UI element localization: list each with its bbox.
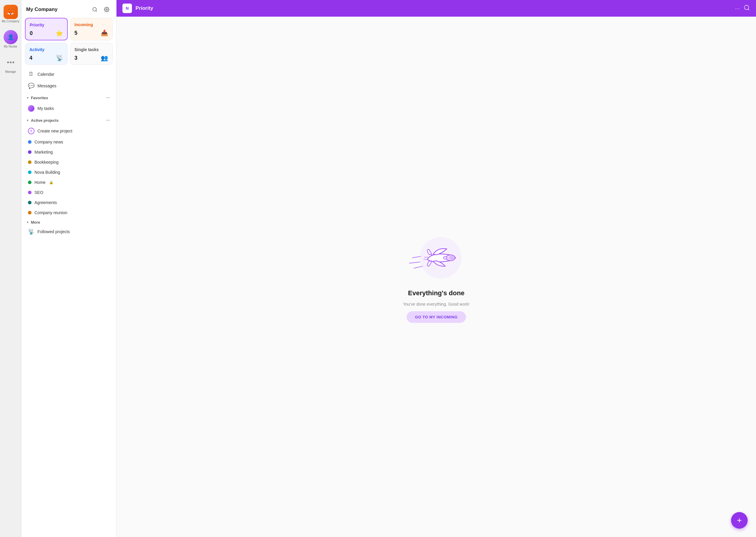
bookkeeping-dot — [28, 160, 31, 164]
project-company-news[interactable]: Company news — [23, 137, 114, 147]
activity-card-count: 4 — [29, 55, 32, 61]
my-tasks-label: My tasks — [37, 106, 54, 111]
my-tasks-nav-item[interactable]: My tasks — [23, 103, 114, 114]
icon-bar: 🦊 My Company 👤 My Nozbe Manage — [0, 0, 22, 537]
agreements-dot — [28, 201, 31, 204]
empty-state-illustration — [407, 231, 466, 285]
company-reunion-label: Company reunion — [34, 210, 67, 215]
svg-point-10 — [449, 256, 454, 260]
marketing-dot — [28, 150, 31, 154]
incoming-card-label: Incoming — [74, 22, 109, 27]
sidebar: My Company Priority 0 ⭐ In — [22, 0, 116, 537]
company-reunion-dot — [28, 211, 31, 215]
settings-button[interactable] — [102, 5, 111, 14]
my-tasks-avatar — [28, 105, 34, 112]
project-company-reunion[interactable]: Company reunion — [23, 208, 114, 218]
my-nozbe-label: My Nozbe — [4, 45, 17, 48]
my-nozbe-item[interactable]: 👤 My Nozbe — [2, 29, 19, 49]
manage-item[interactable]: Manage — [2, 54, 19, 74]
sidebar-header: My Company — [22, 0, 116, 18]
priority-card-icon: ⭐ — [56, 30, 63, 37]
more-chevron: ▼ — [26, 221, 29, 224]
incoming-card[interactable]: Incoming 5 📥 — [70, 18, 113, 40]
fab-icon: + — [737, 516, 742, 525]
search-button[interactable] — [90, 5, 100, 14]
priority-card[interactable]: Priority 0 ⭐ — [25, 18, 68, 40]
company-news-label: Company news — [34, 140, 63, 145]
go-to-incoming-button[interactable]: GO TO MY INCOMING — [407, 311, 466, 323]
project-seo[interactable]: SEO — [23, 187, 114, 197]
main-content: N Priority ··· — [116, 0, 756, 537]
followed-projects-icon: 📡 — [28, 228, 34, 235]
topbar-right — [743, 4, 750, 13]
favorites-section-header: ▼ Favorites ··· — [22, 92, 116, 103]
home-dot — [28, 181, 31, 184]
company-news-dot — [28, 140, 31, 144]
calendar-nav-item[interactable]: 🗓 Calendar — [23, 68, 114, 80]
topbar-search-button[interactable] — [743, 4, 750, 13]
user-avatar: 👤 — [4, 30, 18, 44]
svg-line-4 — [748, 9, 749, 10]
nova-building-dot — [28, 171, 31, 174]
topbar-title: Priority — [136, 5, 731, 11]
activity-card[interactable]: Activity 4 📡 — [25, 43, 68, 65]
favorites-chevron: ▼ — [26, 96, 29, 100]
app-logo[interactable]: 🦊 My Company — [1, 4, 21, 24]
seo-label: SEO — [34, 190, 43, 195]
svg-line-6 — [410, 262, 420, 263]
app-logo-icon: 🦊 — [4, 5, 18, 19]
priority-card-count: 0 — [30, 30, 33, 36]
create-project-plus-icon: + — [28, 128, 34, 134]
single-tasks-card-icon: 👥 — [101, 54, 108, 62]
more-label: More — [31, 220, 40, 225]
activity-card-icon: 📡 — [56, 54, 63, 62]
manage-icon — [4, 55, 18, 69]
project-marketing[interactable]: Marketing — [23, 147, 114, 157]
topbar-logo-text: N — [126, 6, 129, 11]
app-name-label: My Company — [2, 20, 19, 23]
empty-state: Everything's done You've done everything… — [116, 17, 756, 537]
svg-point-2 — [106, 9, 108, 10]
active-projects-more-button[interactable]: ··· — [104, 117, 111, 124]
svg-line-1 — [96, 10, 97, 11]
topbar: N Priority ··· — [116, 0, 756, 17]
more-section-header: ▼ More — [22, 218, 116, 226]
fab-button[interactable]: + — [731, 512, 748, 529]
seo-dot — [28, 191, 31, 194]
followed-projects-item[interactable]: 📡 Followed projects — [23, 226, 114, 238]
svg-point-11 — [443, 256, 447, 259]
priority-card-label: Priority — [30, 22, 63, 27]
messages-label: Messages — [37, 83, 57, 88]
empty-state-subtitle: You've done everything. Good work! — [403, 302, 469, 307]
nova-building-label: Nova Building — [34, 170, 60, 175]
home-label: Home — [34, 180, 45, 185]
single-tasks-card[interactable]: Single tasks 3 👥 — [70, 43, 113, 65]
favorites-more-button[interactable]: ··· — [104, 94, 111, 101]
create-project-item[interactable]: + Create new project — [23, 125, 114, 137]
sidebar-actions — [90, 5, 111, 14]
create-project-label: Create new project — [37, 129, 72, 133]
calendar-icon: 🗓 — [28, 71, 34, 77]
home-lock-icon: 🔒 — [49, 180, 54, 185]
project-nova-building[interactable]: Nova Building — [23, 167, 114, 177]
topbar-more-button[interactable]: ··· — [735, 5, 740, 12]
svg-point-3 — [744, 5, 749, 10]
incoming-card-count: 5 — [74, 30, 77, 36]
marketing-label: Marketing — [34, 150, 53, 154]
bookkeeping-label: Bookkeeping — [34, 160, 59, 165]
messages-icon: 💬 — [28, 83, 34, 89]
project-agreements[interactable]: Agreements — [23, 197, 114, 208]
incoming-card-icon: 📥 — [101, 29, 108, 36]
single-tasks-card-count: 3 — [74, 55, 77, 61]
project-bookkeeping[interactable]: Bookkeeping — [23, 157, 114, 167]
cards-grid: Priority 0 ⭐ Incoming 5 📥 Activity 4 📡 S… — [22, 18, 116, 68]
svg-point-0 — [93, 7, 96, 11]
agreements-label: Agreements — [34, 200, 57, 205]
messages-nav-item[interactable]: 💬 Messages — [23, 80, 114, 92]
single-tasks-card-label: Single tasks — [74, 47, 109, 52]
sidebar-title: My Company — [26, 7, 58, 13]
sidebar-nav: 🗓 Calendar 💬 Messages ▼ Favorites ··· My… — [22, 68, 116, 537]
favorites-label: Favorites — [31, 96, 48, 100]
active-projects-chevron: ▼ — [26, 119, 29, 122]
project-home[interactable]: Home 🔒 — [23, 177, 114, 187]
